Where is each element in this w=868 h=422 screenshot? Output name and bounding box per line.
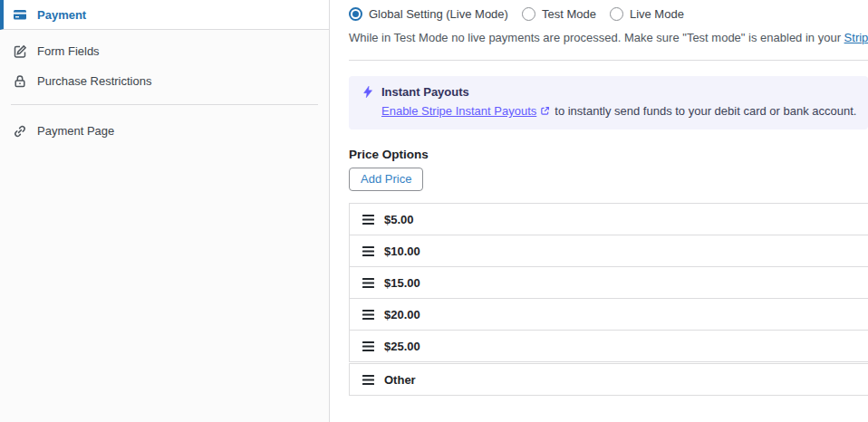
price-label: $5.00 (384, 213, 414, 226)
external-link-icon (540, 105, 550, 119)
test-mode-note: While in Test Mode no live payments are … (349, 31, 868, 44)
add-price-button[interactable]: Add Price (349, 168, 423, 191)
instant-payouts-panel: Instant Payouts Enable Stripe Instant Pa… (349, 76, 868, 129)
link-icon (13, 124, 27, 139)
drag-handle-icon[interactable] (362, 341, 375, 351)
radio-live-mode[interactable]: Live Mode (610, 7, 684, 21)
price-label: $25.00 (384, 340, 420, 353)
radio-unchecked-icon (522, 7, 535, 21)
instant-payouts-text: to instantly send funds to your debit ca… (555, 104, 856, 118)
sidebar-item-label: Form Fields (37, 44, 100, 58)
lock-icon (13, 74, 27, 89)
radio-unchecked-icon (610, 7, 623, 21)
sidebar-item-label: Payment (37, 8, 86, 22)
drag-handle-icon[interactable] (362, 215, 375, 225)
price-label: $20.00 (384, 308, 420, 321)
enable-instant-payouts-link[interactable]: Enable Stripe Instant Payouts (381, 104, 536, 118)
price-row: Other (349, 363, 868, 396)
sidebar-item-label: Purchase Restrictions (37, 74, 151, 88)
price-row: $10.00 (349, 235, 868, 267)
drag-handle-icon[interactable] (362, 246, 375, 256)
sidebar-item-label: Payment Page (37, 124, 114, 138)
price-row: $5.00 (349, 203, 868, 235)
drag-handle-icon[interactable] (362, 375, 375, 385)
payment-settings-panel: Global Setting (Live Mode) Test Mode Liv… (331, 0, 868, 422)
sidebar-item-payment-page[interactable]: Payment Page (0, 116, 329, 146)
payment-mode-selector: Global Setting (Live Mode) Test Mode Liv… (349, 7, 868, 21)
sidebar-item-form-fields[interactable]: Form Fields (0, 36, 329, 66)
price-label: $10.00 (384, 245, 420, 258)
radio-checked-icon (349, 7, 362, 21)
drag-handle-icon[interactable] (362, 278, 375, 288)
note-text: While in Test Mode no live payments are … (349, 31, 844, 44)
price-row: $15.00 (349, 266, 868, 299)
price-label: Other (384, 373, 416, 387)
drag-handle-icon[interactable] (362, 310, 375, 320)
credit-card-icon (13, 7, 27, 22)
instant-payouts-title: Instant Payouts (381, 85, 469, 99)
price-label: $15.00 (384, 276, 420, 290)
price-row: $25.00 (349, 330, 868, 362)
price-options-heading: Price Options (349, 148, 868, 161)
section-divider (349, 60, 868, 61)
price-row: $20.00 (349, 298, 868, 331)
settings-sidebar: Payment Form Fields Purchase Restriction… (0, 0, 330, 422)
price-list: $5.00 $10.00 $15.00 $20.00 $25.00 (349, 203, 868, 396)
sidebar-item-purchase-restrictions[interactable]: Purchase Restrictions (0, 66, 329, 96)
edit-icon (13, 44, 27, 59)
sidebar-divider (11, 104, 318, 105)
sidebar-item-payment[interactable]: Payment (0, 0, 329, 30)
stripe-dashboard-link[interactable]: Stripe dashboard (844, 31, 868, 44)
radio-test-mode[interactable]: Test Mode (522, 7, 596, 21)
lightning-bolt-icon (362, 85, 374, 99)
radio-global-setting[interactable]: Global Setting (Live Mode) (349, 7, 508, 21)
